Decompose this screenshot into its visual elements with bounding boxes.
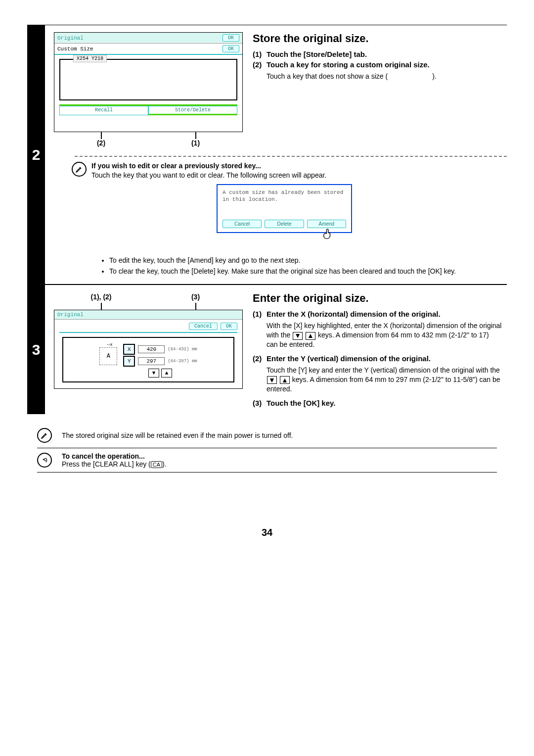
step3-instr1-body: With the [X] key highlighted, enter the … [267,321,502,349]
callout-1: (1) [191,139,200,147]
pencil-icon [72,162,87,177]
step3-title: Enter the original size. [253,292,502,305]
popup-already-stored: A custom size has already been stored in… [217,184,352,233]
fig2-ok[interactable]: OK [221,323,237,330]
cancel-body: Press the [CLEAR ALL] key (CA). [62,460,167,468]
fig2-title: Original [57,312,84,318]
fig1-subtitle: Custom Size [57,46,93,52]
step-2-number: 2 [27,25,45,284]
down-arrow-icon: ▼ [267,376,277,384]
step2-title: Store the original size. [253,32,502,45]
ca-key-icon: CA [151,461,162,468]
step3-instr2-body: Touch the [Y] key and enter the Y (verti… [267,366,502,394]
down-arrow-button[interactable]: ▼ [148,369,159,378]
y-value: 297 [138,357,165,365]
y-range: (64-297) mm [168,359,197,364]
tab-recall[interactable]: Recall [59,106,148,115]
step-3-number: 3 [27,285,45,414]
y-key[interactable]: Y [123,356,135,367]
retain-note: The stored original size will be retaine… [37,428,497,443]
up-arrow-button[interactable]: ▲ [161,369,172,378]
up-arrow-icon: ▲ [306,332,315,340]
step3-instr3: Touch the [OK] key. [267,399,335,407]
fig1-storage-slot[interactable]: X254 Y218 [59,59,237,100]
fig1-ok2[interactable]: OK [222,45,239,52]
fig2-cancel[interactable]: Cancel [189,323,218,330]
fig1-ok[interactable]: OK [222,34,239,42]
fig1-size-tag[interactable]: X254 Y218 [73,55,107,62]
callout-3: (3) [148,293,243,301]
step3-instr1: Enter the X (horizontal) dimension of th… [267,310,441,318]
x-range: (64-432) mm [168,347,197,352]
pointer-hand-icon [321,227,335,243]
popup-delete[interactable]: Delete [265,220,304,228]
tab-store-delete[interactable]: Store/Delete [148,106,237,115]
page-number: 34 [27,527,507,538]
fig1-title: Original [57,35,84,41]
callout-12: (1), (2) [54,293,148,301]
step2-instr1: Touch the [Store/Delete] tab. [267,50,367,58]
popup-cancel[interactable]: Cancel [222,220,262,228]
edit-note-text: Touch the key that you want to edit or c… [91,171,326,180]
callout-2: (2) [97,139,105,147]
schematic-icon: A [99,347,117,365]
figure-original-store: Original OK Custom Size OK X254 Y218 Rec… [54,32,243,132]
back-arrow-icon [37,453,52,468]
x-value: 420 [138,345,165,353]
up-arrow-icon: ▲ [280,376,290,384]
down-arrow-icon: ▼ [293,332,303,340]
step2-instr2-body: Touch a key that does not show a size ()… [267,72,502,81]
figure-size-entry: Original Cancel OK ↔x A [54,310,243,389]
x-key[interactable]: X [123,344,135,355]
pencil-icon [37,428,52,443]
cancel-title: To cancel the operation... [62,452,167,460]
step2-instr2: Touch a key for storing a custom origina… [267,60,430,69]
step-2-row: 2 Original OK Custom Size OK X254 Y218 [27,25,507,284]
step3-instr2: Enter the Y (vertical) dimension of the … [267,354,431,363]
step-3-row: 3 (1), (2) (3) Original Cancel [27,284,507,414]
edit-clear-bullets: To edit the key, touch the [Amend] key a… [89,255,497,277]
edit-note-title: If you wish to edit or clear a previousl… [91,162,326,170]
